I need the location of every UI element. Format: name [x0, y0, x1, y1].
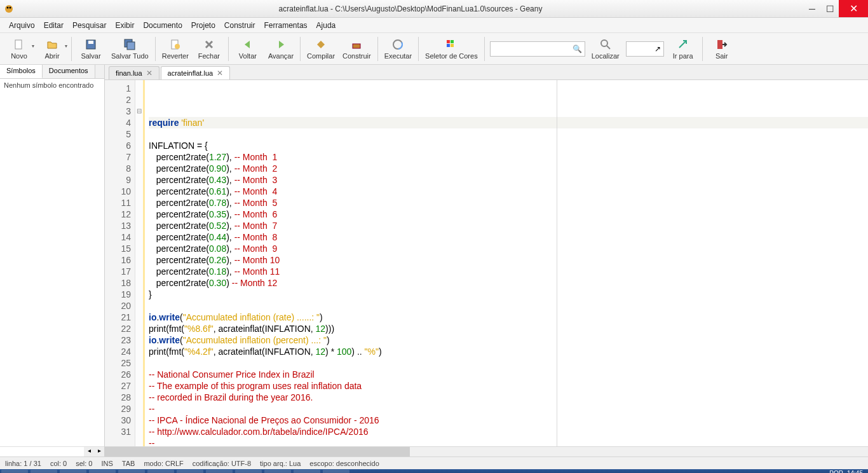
- executar-button[interactable]: Executar: [381, 34, 416, 64]
- goto-field[interactable]: ↗: [626, 41, 664, 57]
- fechar-label: Fechar: [198, 52, 220, 60]
- menu-exibir[interactable]: Exibir: [111, 20, 138, 31]
- separator: [702, 37, 703, 61]
- scroll-left-icon[interactable]: ◂: [84, 447, 94, 456]
- close-tab-icon[interactable]: ✕: [217, 69, 223, 78]
- seletor-cores-button[interactable]: Seletor de Cores: [421, 34, 482, 64]
- svg-point-2: [10, 6, 11, 8]
- fechar-button[interactable]: Fechar: [193, 34, 226, 64]
- taskbar-item[interactable]: [89, 470, 116, 473]
- window-title: acrateinflat.lua - C:\Users\Augusto\Desk…: [18, 4, 803, 13]
- taskbar-item[interactable]: [264, 470, 291, 473]
- line-gutter: 1234567891011121314151617181920212223242…: [105, 80, 135, 446]
- separator: [71, 37, 72, 61]
- app-icon: [4, 4, 14, 14]
- svg-point-9: [175, 44, 180, 49]
- close-tab-icon[interactable]: ✕: [146, 69, 153, 78]
- tab-simbolos[interactable]: Símbolos: [0, 65, 43, 78]
- localizar-button[interactable]: Localizar: [588, 34, 623, 64]
- taskbar-item[interactable]: [60, 470, 86, 473]
- salvar-tudo-button[interactable]: Salvar Tudo: [107, 34, 153, 64]
- run-icon: [391, 38, 404, 51]
- svg-rect-14: [447, 40, 450, 43]
- status-sel: sel: 0: [76, 460, 92, 467]
- status-ins: INS: [101, 460, 112, 467]
- svg-point-18: [601, 40, 607, 46]
- svg-rect-17: [451, 44, 454, 47]
- ir-para-button[interactable]: Ir para: [667, 34, 700, 64]
- abrir-button[interactable]: Abrir ▾: [36, 34, 69, 64]
- save-all-icon: [123, 38, 136, 51]
- print-margin: [557, 80, 557, 446]
- taskbar-item[interactable]: [118, 470, 145, 473]
- sair-button[interactable]: Sair: [705, 34, 738, 64]
- goto-icon: [677, 38, 689, 51]
- taskbar-item[interactable]: [31, 470, 57, 473]
- tab-documentos[interactable]: Documentos: [43, 65, 95, 78]
- scroll-thumb[interactable]: [105, 447, 410, 456]
- construir-button[interactable]: Construir: [339, 34, 375, 64]
- code-body[interactable]: require 'finan'INFLATION = { percent2rat…: [145, 80, 868, 446]
- taskbar-item[interactable]: [206, 470, 233, 473]
- color-picker-icon: [445, 38, 458, 51]
- revert-icon: [169, 38, 182, 51]
- minimize-button[interactable]: ─: [803, 0, 821, 17]
- voltar-label: Voltar: [239, 52, 257, 60]
- menu-pesquisar[interactable]: Pesquisar: [69, 20, 110, 31]
- system-tray[interactable]: POR 14:45: [829, 470, 868, 474]
- maximize-button[interactable]: ☐: [821, 0, 839, 17]
- menu-arquivo[interactable]: Arquivo: [5, 20, 39, 31]
- taskbar-item[interactable]: [235, 470, 262, 473]
- svg-rect-3: [15, 40, 22, 49]
- avancar-button[interactable]: Avançar: [264, 34, 297, 64]
- window-buttons: ─ ☐ ✕: [803, 0, 868, 17]
- status-linha: linha: 1 / 31: [5, 460, 41, 467]
- menu-editar[interactable]: Editar: [40, 20, 67, 31]
- sidebar-hscroll[interactable]: ◂ ▸: [0, 446, 104, 456]
- menu-ferramentas[interactable]: Ferramentas: [261, 20, 311, 31]
- editor-hscroll[interactable]: [105, 446, 868, 456]
- taskbar-item[interactable]: [294, 470, 320, 473]
- exit-icon: [715, 38, 728, 51]
- scroll-right-icon[interactable]: ▸: [94, 447, 104, 456]
- editor-area: finan.lua ✕ acrateinflat.lua ✕ 123456789…: [105, 65, 868, 456]
- compile-icon: [315, 38, 327, 51]
- salvar-label: Salvar: [81, 52, 100, 60]
- taskbar-item[interactable]: [147, 470, 174, 473]
- menu-ajuda[interactable]: Ajuda: [313, 20, 340, 31]
- search-mini-icon: 🔍: [573, 45, 582, 53]
- svg-rect-15: [451, 40, 454, 43]
- taskbar-item[interactable]: [323, 470, 349, 473]
- svg-point-1: [7, 6, 9, 8]
- save-icon: [85, 38, 97, 51]
- reverter-button[interactable]: Reverter: [158, 34, 193, 64]
- novo-label: Novo: [11, 52, 27, 60]
- taskbar-item[interactable]: [1, 470, 28, 473]
- fold-column: ⊟: [135, 80, 143, 446]
- file-tab-acrateinflat[interactable]: acrateinflat.lua ✕: [161, 66, 231, 79]
- separator: [228, 37, 229, 61]
- os-taskbar[interactable]: POR 14:45: [0, 469, 868, 473]
- file-tabs: finan.lua ✕ acrateinflat.lua ✕: [105, 65, 868, 80]
- code-editor[interactable]: 1234567891011121314151617181920212223242…: [105, 80, 868, 446]
- close-window-button[interactable]: ✕: [839, 0, 868, 17]
- salvar-tudo-label: Salvar Tudo: [111, 52, 149, 60]
- status-modo: modo: CRLF: [144, 460, 183, 467]
- salvar-button[interactable]: Salvar: [74, 34, 107, 64]
- svg-rect-10: [353, 44, 360, 48]
- file-tab-finan[interactable]: finan.lua ✕: [109, 66, 159, 79]
- status-cod: codificação: UTF-8: [193, 460, 251, 467]
- menu-construir[interactable]: Construir: [220, 20, 259, 31]
- svg-rect-7: [127, 42, 135, 50]
- compilar-button[interactable]: Compilar: [303, 34, 339, 64]
- menu-documento[interactable]: Documento: [139, 20, 186, 31]
- voltar-button[interactable]: Voltar: [231, 34, 264, 64]
- menubar: Arquivo Editar Pesquisar Exibir Document…: [0, 18, 868, 33]
- taskbar-item[interactable]: [177, 470, 203, 473]
- search-field[interactable]: 🔍: [490, 41, 585, 57]
- novo-button[interactable]: Novo ▾: [3, 34, 36, 64]
- no-symbols-msg: Nenhum símbolo encontrado: [4, 81, 93, 89]
- goto-mini-icon: ↗: [654, 45, 661, 53]
- folder-open-icon: [46, 38, 58, 51]
- menu-projeto[interactable]: Projeto: [187, 20, 219, 31]
